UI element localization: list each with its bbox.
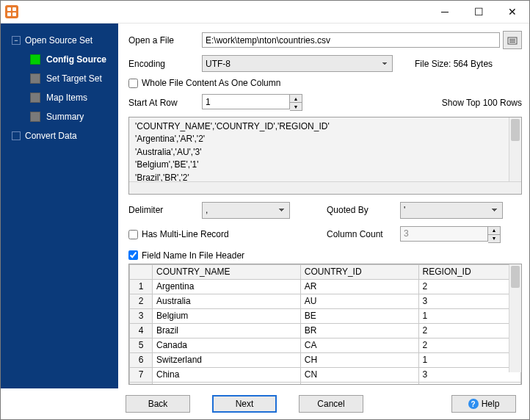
table-cell[interactable]: BE	[300, 308, 418, 323]
table-row[interactable]: 3BelgiumBE1	[130, 308, 521, 323]
data-table: COUNTRY_NAMECOUNTRY_IDREGION_ID 1Argenti…	[129, 264, 521, 385]
table-row[interactable]: 5CanadaCA2	[130, 338, 521, 352]
help-button[interactable]: ? Help	[451, 395, 516, 413]
fieldname-label: Field Name In File Header	[142, 250, 244, 261]
table-cell[interactable]: 1	[418, 382, 520, 385]
stepper-down-icon[interactable]: ▼	[290, 103, 302, 110]
whole-file-label: Whole File Content As One Column	[142, 78, 280, 88]
encoding-select[interactable]: UTF-8	[202, 55, 393, 72]
next-button[interactable]: Next	[212, 395, 277, 413]
wizard-window: ─ ☐ ✕ − Open Source Set Config Source Se…	[0, 0, 530, 420]
fieldname-checkbox[interactable]	[128, 250, 138, 260]
table-scrollbar-v[interactable]	[509, 264, 521, 372]
table-corner	[130, 264, 153, 279]
main-panel: Open a File Encoding UTF-8 File Size: 56…	[118, 23, 529, 388]
minimize-button[interactable]: ─	[428, 1, 462, 23]
table-cell[interactable]: Canada	[153, 338, 301, 352]
tree-leaf-icon	[12, 131, 21, 140]
step-marker-icon	[30, 112, 40, 122]
table-cell[interactable]: 1	[418, 308, 520, 323]
table-row[interactable]: 2AustraliaAU3	[130, 294, 521, 308]
open-file-input[interactable]	[202, 32, 500, 48]
table-row[interactable]: 4BrazilBR2	[130, 323, 521, 338]
table-cell[interactable]: AR	[300, 279, 418, 294]
table-row[interactable]: 1ArgentinaAR2	[130, 279, 521, 294]
tree-expand-icon: −	[12, 36, 21, 45]
data-table-container[interactable]: COUNTRY_NAMECOUNTRY_IDREGION_ID 1Argenti…	[128, 264, 522, 385]
multiline-label: Has Multi-Line Record	[142, 229, 229, 239]
table-cell[interactable]: DE	[300, 382, 418, 385]
row-number: 1	[130, 279, 153, 294]
stepper-up-icon: ▲	[488, 227, 500, 235]
multiline-checkbox[interactable]	[128, 230, 138, 239]
table-cell[interactable]: Switzerland	[153, 352, 301, 367]
table-cell[interactable]: 2	[418, 338, 520, 352]
step-summary[interactable]: Summary	[1, 107, 118, 126]
browse-file-button[interactable]	[503, 31, 522, 49]
stepper-up-icon[interactable]: ▲	[290, 95, 302, 103]
open-file-label: Open a File	[128, 35, 202, 46]
start-row-stepper[interactable]: ▲▼	[202, 94, 302, 111]
table-cell[interactable]: CA	[300, 338, 418, 352]
file-preview[interactable]: 'COUNTRY_NAME','COUNTRY_ID','REGION_ID''…	[128, 117, 522, 195]
table-header[interactable]: COUNTRY_NAME	[153, 264, 301, 279]
step-config-source[interactable]: Config Source	[1, 50, 118, 69]
whole-file-checkbox[interactable]	[128, 79, 138, 88]
table-row[interactable]: 7ChinaCN3	[130, 367, 521, 382]
preview-scrollbar-h[interactable]	[129, 181, 521, 194]
quoted-select[interactable]: '	[400, 202, 503, 219]
table-cell[interactable]: 2	[418, 323, 520, 338]
table-cell[interactable]: China	[153, 367, 301, 382]
row-number: 2	[130, 294, 153, 308]
table-cell[interactable]: Germany	[153, 382, 301, 385]
step-set-target-set[interactable]: Set Target Set	[1, 69, 118, 88]
colcount-stepper: ▲▼	[400, 226, 503, 243]
table-cell[interactable]: Argentina	[153, 279, 301, 294]
folder-icon	[507, 35, 518, 46]
row-number: 6	[130, 352, 153, 367]
start-row-label: Start At Row	[128, 98, 202, 108]
colcount-input	[400, 226, 488, 242]
cancel-button[interactable]: Cancel	[299, 395, 363, 413]
table-cell[interactable]: 2	[418, 279, 520, 294]
row-number: 3	[130, 308, 153, 323]
delimiter-label: Delimiter	[128, 205, 202, 215]
svg-rect-1	[509, 39, 515, 40]
table-row[interactable]: 6SwitzerlandCH1	[130, 352, 521, 367]
table-header[interactable]: REGION_ID	[418, 264, 520, 279]
table-cell[interactable]: 1	[418, 352, 520, 367]
preview-line: 'Australia','AU','3'	[135, 146, 515, 159]
preview-line: 'Belgium','BE','1'	[135, 159, 515, 171]
row-number: 5	[130, 338, 153, 352]
table-cell[interactable]: CN	[300, 367, 418, 382]
start-row-input[interactable]	[202, 94, 290, 109]
help-icon: ?	[468, 399, 479, 409]
delimiter-select[interactable]: ,	[202, 202, 290, 219]
app-icon	[5, 5, 18, 18]
table-cell[interactable]: Australia	[153, 294, 301, 308]
back-button[interactable]: Back	[126, 395, 190, 413]
show-top-label: Show Top 100 Rows	[442, 98, 522, 108]
step-convert-data[interactable]: Convert Data	[1, 126, 118, 145]
table-cell[interactable]: Belgium	[153, 308, 301, 323]
table-cell[interactable]: AU	[300, 294, 418, 308]
step-open-source-set[interactable]: − Open Source Set	[1, 31, 118, 50]
wizard-footer: Back Next Cancel ? Help	[1, 388, 529, 419]
table-cell[interactable]: Brazil	[153, 323, 301, 338]
table-cell[interactable]: 3	[418, 294, 520, 308]
titlebar: ─ ☐ ✕	[1, 1, 529, 23]
table-cell[interactable]: CH	[300, 352, 418, 367]
svg-rect-2	[509, 40, 515, 41]
wizard-steps-sidebar: − Open Source Set Config Source Set Targ…	[1, 23, 118, 388]
maximize-button[interactable]: ☐	[462, 1, 495, 23]
close-button[interactable]: ✕	[495, 1, 529, 23]
table-row[interactable]: 8GermanyDE1	[130, 382, 521, 385]
step-marker-icon	[30, 73, 40, 84]
table-header[interactable]: COUNTRY_ID	[300, 264, 418, 279]
svg-rect-3	[509, 42, 515, 43]
table-cell[interactable]: 3	[418, 367, 520, 382]
step-map-items[interactable]: Map Items	[1, 88, 118, 107]
preview-line: 'COUNTRY_NAME','COUNTRY_ID','REGION_ID'	[135, 120, 515, 133]
table-cell[interactable]: BR	[300, 323, 418, 338]
preview-scrollbar-v[interactable]	[509, 117, 521, 182]
